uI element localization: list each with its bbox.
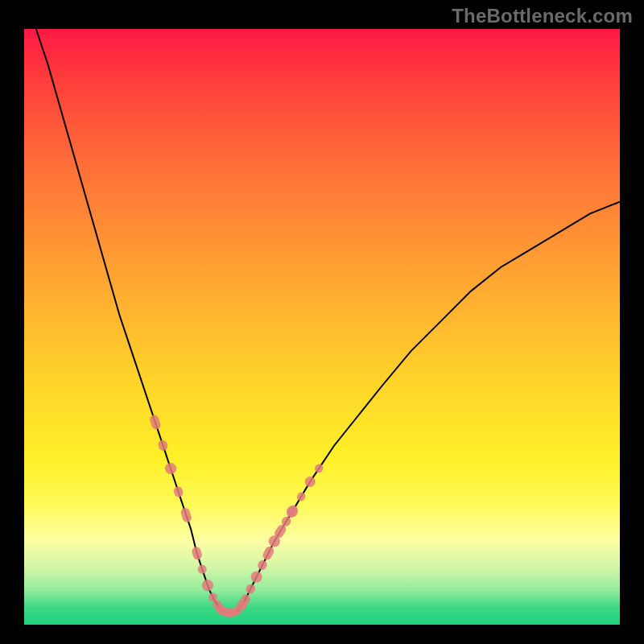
svg-rect-0 <box>149 414 162 431</box>
svg-rect-1 <box>157 439 169 452</box>
svg-rect-19 <box>256 559 268 572</box>
watermark-text: TheBottleneck.com <box>452 5 633 27</box>
svg-rect-20 <box>262 545 275 561</box>
svg-point-7 <box>202 580 213 591</box>
svg-point-18 <box>251 572 262 583</box>
bottleneck-curve-chart <box>24 29 620 625</box>
svg-rect-17 <box>245 583 257 596</box>
svg-rect-4 <box>180 507 192 524</box>
svg-point-27 <box>305 477 316 487</box>
svg-rect-5 <box>191 546 203 560</box>
svg-rect-28 <box>313 462 324 474</box>
svg-rect-26 <box>295 491 307 503</box>
bottleneck-curve-line <box>36 29 620 613</box>
svg-rect-3 <box>172 485 184 498</box>
curve-overlay-dots <box>149 414 325 618</box>
svg-rect-6 <box>196 564 208 575</box>
svg-point-2 <box>165 463 176 474</box>
